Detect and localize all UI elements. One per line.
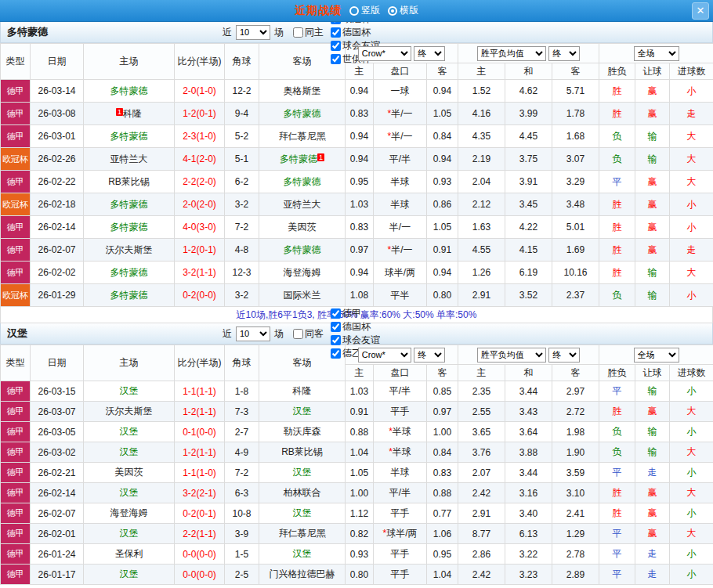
team-name[interactable]: 美因茨 [288,222,317,233]
team-name[interactable]: RB莱比锡 [108,176,150,187]
handicap-line: *半球 [374,422,427,442]
home-team: 汉堡 [84,381,175,402]
team-name[interactable]: 门兴格拉德巴赫 [270,568,335,579]
fullmatch-select[interactable]: 全场 [634,348,679,363]
same-venue-filter[interactable]: 同客 [293,327,324,341]
team-name[interactable]: 多特蒙德 [284,244,321,255]
match-score: 2-3(1-0) [175,125,225,148]
handicap-line: *半球 [374,442,427,463]
result-goals: 大 [670,483,713,503]
team-name[interactable]: 科隆 [123,108,142,119]
team-name[interactable]: 圣保利 [115,548,143,559]
team-name[interactable]: 多特蒙德 [280,153,317,164]
team-name[interactable]: RB莱比锡 [281,446,323,457]
team-name[interactable]: 国际米兰 [284,290,321,301]
team-name[interactable]: 汉堡 [120,568,139,579]
result-wdl: 胜 [599,402,635,422]
avg-draw-odds: 3.40 [505,503,552,524]
handicap-home-odds: 0.91 [346,402,374,422]
team-name[interactable]: 汉堡 [120,446,139,457]
team-name[interactable]: 勒沃库森 [284,426,321,437]
bookmaker-select[interactable]: Crow* [358,46,411,61]
league-filter[interactable]: 德国杯 [331,26,380,39]
team-name[interactable]: 汉堡 [293,406,312,417]
match-score: 3-2(2-1) [175,483,225,503]
match-date: 26-01-29 [31,284,84,307]
league-filter[interactable]: 球会友谊 [331,334,380,347]
team-name[interactable]: 汉堡 [293,467,312,478]
team-name[interactable]: 多特蒙德 [110,290,148,301]
handicap-line: 平手 [374,503,427,524]
league-checkbox[interactable] [331,322,341,332]
league-filter[interactable]: 德国杯 [331,320,380,334]
avg-home-odds: 4.55 [458,239,505,262]
same-venue-checkbox[interactable] [293,27,303,38]
match-count-select[interactable]: 10 [236,326,270,341]
match-score: 1-2(1-1) [175,442,225,463]
games-label: 场 [274,327,284,341]
team-name[interactable]: 科隆 [293,385,312,396]
team-name[interactable]: 汉堡 [293,548,312,559]
wdl-final-select[interactable]: 终 [548,348,580,363]
match-score: 2-0(1-0) [175,80,225,103]
league-checkbox[interactable] [331,348,341,359]
team-name[interactable]: 多特蒙德 [110,267,148,278]
team-name[interactable]: 多特蒙德 [110,222,148,233]
team-name[interactable]: 汉堡 [120,487,139,498]
handicap-home-odds: 0.94 [346,262,374,284]
team-name[interactable]: 多特蒙德 [110,85,148,96]
handicap-away-odds: 0.97 [427,402,458,422]
layout-radio-vertical[interactable]: 竖版 [349,4,380,17]
league-checkbox[interactable] [331,27,341,38]
bookmaker-final-select[interactable]: 终 [414,348,445,363]
team-name[interactable]: 汉堡 [293,507,312,518]
radio-unselected-icon[interactable] [349,6,359,16]
layout-radio-horizontal[interactable]: 横版 [388,4,418,17]
team-name[interactable]: 多特蒙德 [284,108,321,119]
team-name[interactable]: 多特蒙德 [110,199,148,210]
match-row: 德甲26-03-081科隆1-2(0-1)9-4多特蒙德0.83*半/一1.05… [1,103,713,125]
handicap-away-odds: 0.84 [427,125,458,148]
team-name[interactable]: 汉堡 [120,385,139,396]
league-checkbox[interactable] [331,335,341,345]
wdl-final-select[interactable]: 终 [548,46,580,61]
team-name[interactable]: 汉堡 [120,426,139,437]
team-name[interactable]: 拜仁慕尼黑 [279,528,326,539]
team-name[interactable]: 柏林联合 [284,487,321,498]
team-name[interactable]: 多特蒙德 [110,131,148,142]
same-venue-filter[interactable]: 同主 [293,26,324,39]
league-type-badge: 德甲 [1,422,31,442]
team-name[interactable]: 海登海姆 [284,267,321,278]
match-score: 1-1(1-0) [175,463,225,483]
team-name[interactable]: 奥格斯堡 [284,85,321,96]
league-checkbox[interactable] [331,41,341,51]
col-type: 类型 [1,44,31,80]
wdl-avg-select[interactable]: 胜平负均值 [477,348,546,363]
handicap-line: 半球 [374,463,427,483]
radio-selected-icon[interactable] [388,6,397,16]
wdl-avg-select[interactable]: 胜平负均值 [477,46,546,61]
same-venue-checkbox[interactable] [293,329,303,339]
team-name[interactable]: 海登海姆 [110,507,148,518]
match-score: 3-2(1-1) [175,262,225,284]
bookmaker-final-select[interactable]: 终 [414,46,445,61]
match-count-select[interactable]: 10 [236,25,270,40]
team-name[interactable]: 汉堡 [120,528,139,539]
league-checkbox-label: 球会友谊 [342,334,380,347]
team-name[interactable]: 多特蒙德 [284,176,321,187]
team-name[interactable]: 沃尔夫斯堡 [106,244,153,255]
fullmatch-select[interactable]: 全场 [634,46,679,61]
league-checkbox[interactable] [331,54,341,64]
league-type-badge: 德甲 [1,483,31,503]
avg-away-odds: 1.98 [552,422,599,442]
team-name[interactable]: 拜仁慕尼黑 [279,131,326,142]
league-filter[interactable]: 德甲 [331,307,380,320]
league-checkbox[interactable] [331,308,341,319]
team-name[interactable]: 亚特兰大 [284,199,321,210]
team-name[interactable]: 美因茨 [115,467,143,478]
team-name[interactable]: 沃尔夫斯堡 [106,406,153,417]
away-team: 拜仁慕尼黑 [259,125,346,148]
team-name[interactable]: 亚特兰大 [110,153,148,164]
bookmaker-select[interactable]: Crow* [358,348,411,363]
close-button[interactable]: ✕ [692,2,709,20]
